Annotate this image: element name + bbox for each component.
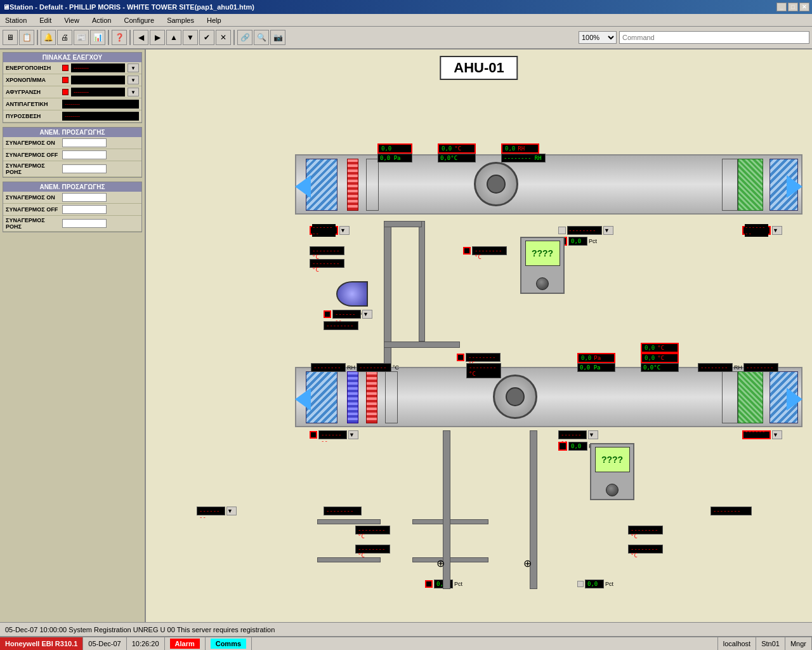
dropdown-afygransi[interactable]: ▼ [128,88,139,96]
val-cll: -------- [318,430,347,439]
alarm-cell: Alarm [165,637,206,650]
rb-hwp[interactable] [324,310,331,318]
command-input[interactable] [619,31,809,44]
panel-section-anem2: ΑΝΕΜ. ΠΡΟΣΑΓΩΓΗΣ ΣΥΝΑΓΕΡΜΟΣ ΟΝ ΣΥΝΑΓΕΡΜΟ… [3,182,142,232]
val-pa1-sub: 0,0 Pa [377,154,412,162]
arrow-lower-right [787,388,802,411]
menu-view[interactable]: View [62,15,82,25]
rb-tmid1[interactable] [463,247,471,255]
menu-edit[interactable]: Edit [37,15,54,25]
manager-cell: Mngr [785,637,812,650]
toolbar-link[interactable]: 🔗 [237,30,252,45]
filter-lower [385,371,398,423]
toolbar-search[interactable]: 🔍 [254,30,269,45]
rb-pct-lower[interactable] [558,442,567,451]
close-button[interactable]: ✕ [799,3,809,11]
brand-text: Honeywell EBI R310.1 [5,640,77,647]
vfd-upper-knob[interactable] [536,277,549,290]
label-synrois1: ΣΥΝΑΓΕΡΜΟΣ ΡΟΗΣ [6,162,60,175]
dd-upper-left[interactable]: ▼ [339,226,350,235]
toolbar-nav-3[interactable]: ▲ [166,30,181,45]
val-temp2-sub: 0,0°C [641,363,679,372]
label-energopoiisi: ΕΝΕΡΓΟΠΟΙΗΣΗ [6,65,60,71]
row-antipag: ΑΝΤΙΠΑΓΕΤΙΚΗ -------- [3,98,141,110]
val-tbot2: --------°C [355,526,390,534]
pipe-v-mid [419,221,425,342]
menu-samples[interactable]: Samples [164,15,197,25]
toolbar-icon-1[interactable]: 🖥 [3,30,18,45]
rb-pa-lower-1[interactable]: 0,0 Pa [577,353,615,363]
toolbar-close[interactable]: ✕ [216,30,231,45]
menu-action[interactable]: Action [89,15,114,25]
rb-temp-upper-1[interactable]: 0,0 °C [438,143,476,154]
vfd-lower-display: ???? [595,447,630,472]
maximize-button[interactable]: □ [788,3,798,11]
toolbar-icon-bell[interactable]: 🔔 [41,30,56,45]
dd-lower-right[interactable]: ▼ [772,430,782,439]
temp-mid-1: --------°C [463,246,507,255]
indicator-xronop [62,77,69,83]
val-temp-r: -------- [743,363,778,372]
rb-temp-lower-1[interactable]: 0,0 °C [641,353,679,363]
vfd-lower: ???? [590,443,634,500]
row-energopoiisi: ΕΝΕΡΓΟΠΟΙΗΣΗ -------- ▼ [3,62,141,74]
label-synoff2: ΣΥΝΑΓΕΡΜΟΣ OFF [6,206,60,213]
hwp-pump: HWP-06 [336,281,374,313]
rb-val-ul[interactable]: -------- [310,226,338,235]
rb-cll[interactable] [310,431,317,439]
vfd-lower-knob[interactable] [606,484,619,496]
rb-pa-upper-1[interactable]: 0,0 Pa [377,143,412,154]
val-rh1: 0,0 [504,145,516,152]
dd-lower-mid[interactable]: ▼ [588,430,598,439]
minimize-button[interactable]: _ [776,3,787,11]
dropdown-energopoiisi[interactable]: ▼ [128,63,139,72]
upper-duct [295,154,802,215]
zoom-select[interactable]: 100% 75% 50% [579,31,617,44]
value-synrois2 [62,219,107,228]
rb-rh-upper-1[interactable]: 0,0 RH [501,143,539,154]
check-upper-mid[interactable] [558,227,566,234]
menu-configure[interactable]: Configure [121,15,157,25]
val-temp-lt: 0,0 [643,345,656,351]
toolbar-cam[interactable]: 📷 [270,30,285,45]
val-bot-right: -------- [710,507,752,515]
row-synagelmos-on-1: ΣΥΝΑΓΕΡΜΟΣ ΟΝ [3,137,141,149]
toolbar-nav-2[interactable]: ▶ [150,30,165,45]
rb-val-ur[interactable]: -------- [742,226,771,235]
label-synoff1: ΣΥΝΑΓΕΡΜΟΣ OFF [6,152,60,158]
value-synoff2 [62,205,107,214]
toolbar-check[interactable]: ✔ [199,30,214,45]
menu-help[interactable]: Help [204,15,224,25]
label-synrois2: ΣΥΝΑΓΕΡΜΟΣ ΡΟΗΣ [6,217,60,230]
dd-upper-right[interactable]: ▼ [772,226,782,235]
check-pct-b2[interactable] [577,581,584,587]
dd-upper-mid[interactable]: ▼ [603,226,613,235]
menu-station[interactable]: Station [3,15,29,25]
dd-bot-left[interactable]: ▼ [226,507,237,515]
toolbar-nav-4[interactable]: ▼ [183,30,198,45]
toolbar: 🖥 📋 🔔 🖨 📰 📊 ❓ ◀ ▶ ▲ ▼ ✔ ✕ 🔗 🔍 📷 100% 75%… [0,27,812,50]
toolbar-icon-4[interactable]: 📊 [90,30,105,45]
toolbar-icon-2[interactable]: 📋 [19,30,34,45]
rb-temp-lower-top[interactable]: 0,0 °C [641,343,679,353]
rb-tml[interactable] [457,354,464,361]
temp-bot-3: --------°C [628,526,663,534]
panel-section-anem1: ΑΝΕΜ. ΠΡΟΣΑΓΩΓΗΣ ΣΥΝΑΓΕΡΜΟΣ ΟΝ ΣΥΝΑΓΕΡΜΟ… [3,127,142,178]
toolbar-icon-help[interactable]: ❓ [112,30,127,45]
dd-hwp[interactable]: ▼ [362,310,372,319]
toolbar-nav-1[interactable]: ◀ [133,30,148,45]
toolbar-icon-3[interactable]: 📰 [74,30,89,45]
dd-lower-left[interactable]: ▼ [348,430,358,439]
value-energopoiisi: -------- [71,63,125,72]
ctrl-lower-left: -------- ▼ [310,430,358,439]
cooling-coil-lower [738,371,763,423]
ctrl-upper-right: -------- ▼ [742,226,782,235]
temp-bot-1: -------- [324,507,362,515]
value-antipag: -------- [62,100,139,109]
val-tleft1: --------°C [310,246,344,255]
val-rh2l: -------- [311,363,346,372]
toolbar-icon-print[interactable]: 🖨 [57,30,72,45]
rb-pct-b1[interactable] [425,580,433,588]
unit-rh1: RH [518,145,525,152]
dropdown-xronop[interactable]: ▼ [128,76,139,84]
